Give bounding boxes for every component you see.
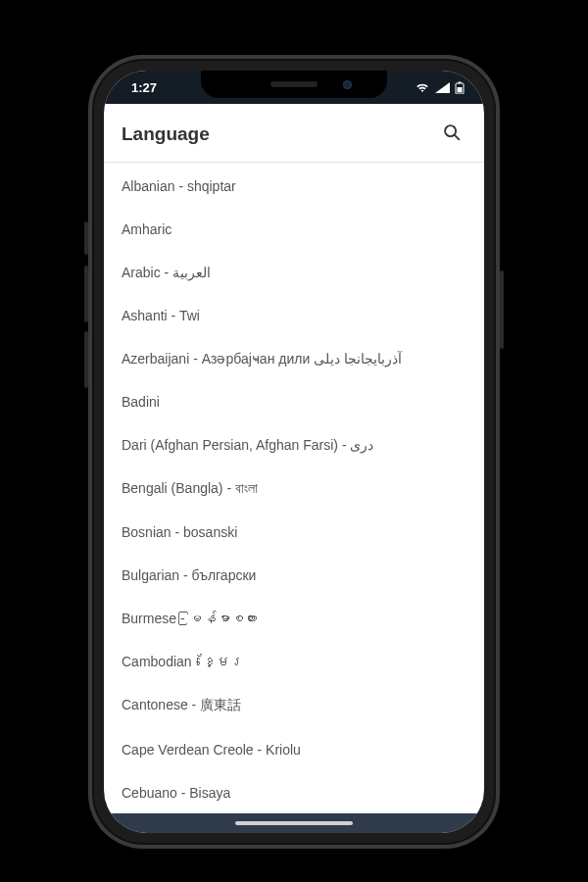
- language-item[interactable]: Ashanti - Twi: [104, 294, 484, 337]
- search-button[interactable]: [437, 118, 466, 150]
- wifi-icon: [415, 81, 430, 93]
- language-item[interactable]: Badini: [104, 380, 484, 423]
- svg-rect-3: [458, 87, 463, 93]
- power-button: [500, 270, 504, 349]
- svg-marker-0: [435, 82, 450, 93]
- language-item[interactable]: Cape Verdean Creole - Kriolu: [104, 728, 484, 771]
- language-item[interactable]: Bengali (Bangla) - বাংলা: [104, 466, 484, 511]
- language-item[interactable]: Cambodian - ខ្មែរ: [104, 640, 484, 683]
- search-icon: [441, 122, 463, 146]
- svg-line-5: [455, 135, 459, 139]
- battery-icon: [455, 81, 465, 94]
- language-item[interactable]: Bosnian - bosanski: [104, 511, 484, 554]
- speaker-grille: [270, 81, 318, 87]
- language-item[interactable]: Burmese - မြန်မာစကား: [104, 597, 484, 640]
- language-item[interactable]: Cebuano - Bisaya: [104, 771, 484, 813]
- language-item[interactable]: Albanian - shqiptar: [104, 165, 484, 208]
- language-item[interactable]: Cantonese - 廣東話: [104, 683, 484, 728]
- mute-switch: [84, 221, 88, 255]
- home-indicator[interactable]: [235, 821, 353, 825]
- device-notch: [201, 71, 387, 98]
- app-bar: Language: [104, 104, 484, 163]
- language-list[interactable]: Albanian - shqiptarAmharicArabic - العرب…: [104, 163, 484, 813]
- language-item[interactable]: Bulgarian - български: [104, 554, 484, 597]
- svg-rect-2: [459, 81, 462, 83]
- language-item[interactable]: Azerbaijani - Азәрбајҹан дили آذربایجانج…: [104, 337, 484, 380]
- language-item[interactable]: Dari (Afghan Persian, Afghan Farsi) - در…: [104, 423, 484, 466]
- phone-bezel: 1:27: [104, 71, 484, 833]
- status-time: 1:27: [131, 80, 157, 95]
- cellular-signal-icon: [435, 82, 450, 93]
- volume-up-button: [84, 266, 88, 322]
- system-nav-bar: [104, 813, 484, 833]
- volume-down-button: [84, 331, 88, 388]
- page-title: Language: [122, 123, 210, 145]
- language-item[interactable]: Amharic: [104, 208, 484, 251]
- phone-frame: 1:27: [88, 55, 500, 849]
- screen: 1:27: [104, 71, 484, 833]
- language-item[interactable]: Arabic - العربية: [104, 251, 484, 294]
- front-camera: [343, 80, 352, 89]
